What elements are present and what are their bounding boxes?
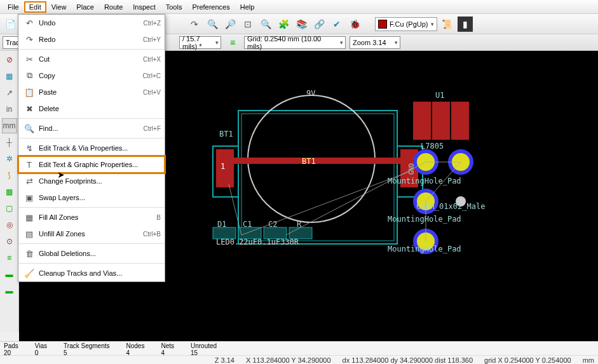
menu-item-shortcut: Ctrl+C [142, 72, 161, 79]
layer-selector[interactable]: F.Cu (PgUp) ▾ [375, 17, 437, 31]
track-size-selector[interactable]: / 15.7 mils) * [179, 36, 221, 49]
grid-selector[interactable]: Grid: 0.2540 mm (10.00 mils) [244, 36, 346, 49]
menu-separator [18, 243, 165, 244]
menu-inspect[interactable]: Inspect [128, 1, 160, 13]
script-icon[interactable]: 📜 [440, 17, 455, 32]
label-mh3: MountingHole_Pad [388, 245, 461, 253]
unit-mm-icon[interactable]: mm [2, 118, 17, 133]
menu-item-label: Paste [39, 88, 143, 96]
track-icon[interactable]: ≡ [2, 250, 17, 266]
zoom-in-icon[interactable]: 🔍 [205, 17, 220, 32]
label-bt1b: BT1 [302, 157, 316, 166]
net-icon[interactable]: 🔗 [311, 17, 327, 32]
menu-item-edit-track-via-properties[interactable]: ↯Edit Track & Via Properties... [18, 140, 165, 156]
drc-off-icon[interactable]: ⊘ [2, 52, 17, 67]
menu-separator [18, 263, 165, 264]
menu-item-shortcut: Ctrl+B [143, 231, 161, 238]
menu-item-label: Cut [39, 55, 143, 63]
new-icon[interactable]: 📄 [3, 17, 18, 32]
left-toolbar: ⊘ ▦ ↗ in mm ┼ ✲ ⟆ ▦ ▢ ◎ ⊙ ≡ ▬ ▬ [0, 51, 19, 332]
menu-item-cleanup-tracks-and-vias[interactable]: 🧹Cleanup Tracks and Vias... [18, 265, 165, 281]
menu-item-cut[interactable]: ✂CutCtrl+X [18, 51, 165, 67]
zoom-out-icon[interactable]: 🔎 [222, 17, 238, 32]
zone-fill-icon[interactable]: ▦ [2, 184, 17, 199]
grid-style-icon[interactable]: ≡ [225, 35, 240, 50]
menu-item-delete[interactable]: ✖Delete [18, 100, 165, 117]
menu-item-icon: ↷ [22, 32, 36, 46]
console-icon[interactable]: ▮ [458, 17, 473, 32]
zone-outline-icon[interactable]: ▢ [2, 201, 17, 216]
svg-rect-7 [413, 102, 431, 140]
status-bar: Z 3.14 X 113.284000 Y 34.290000 dx 113.2… [0, 355, 598, 364]
menu-item-shortcut: Ctrl+Z [144, 20, 161, 27]
menu-item-label: Unfill All Zones [39, 230, 143, 238]
status-unit: mm [583, 356, 594, 364]
menu-edit[interactable]: Edit [24, 1, 46, 13]
menu-item-icon: 🧹 [22, 266, 36, 280]
menu-item-fill-all-zones[interactable]: ▦Fill All ZonesB [18, 209, 165, 226]
layers-icon[interactable]: ▬ [2, 283, 17, 299]
ratsnest-icon[interactable]: ✲ [2, 151, 17, 166]
contrast-icon[interactable]: ▬ [2, 267, 17, 282]
menu-item-redo[interactable]: ↷RedoCtrl+Y [18, 31, 165, 48]
menu-item-label: Global Deletions... [39, 250, 161, 257]
menu-item-swap-layers[interactable]: ▣Swap Layers... [18, 189, 165, 206]
status-grid: grid X 0.254000 Y 0.254000 [484, 356, 571, 364]
menu-item-icon: 🗑 [22, 246, 36, 260]
label-r: R [297, 220, 301, 229]
status-pads: Pads20 [4, 342, 18, 355]
drc-icon[interactable]: ✔ [329, 17, 344, 32]
label-d1: D1 [217, 220, 226, 229]
curved-icon[interactable]: ⟆ [2, 168, 17, 183]
menu-item-icon: ▦ [22, 210, 36, 224]
label-c1: C1 [243, 220, 252, 229]
unit-in-icon[interactable]: in [2, 102, 17, 117]
bug-icon[interactable]: 🐞 [347, 17, 362, 32]
lib-icon[interactable]: 📚 [294, 17, 309, 32]
menu-item-change-footprints[interactable]: ⇄Change Footprints... [18, 173, 165, 189]
menu-item-paste[interactable]: 📋PasteCtrl+V [18, 84, 165, 100]
polar-icon[interactable]: ↗ [2, 85, 17, 100]
menu-view[interactable]: View [46, 1, 72, 13]
menu-separator [18, 118, 165, 119]
menu-item-icon: ↯ [22, 141, 36, 155]
pad-icon[interactable]: ◎ [2, 217, 17, 233]
footprint-icon[interactable]: 🧩 [276, 17, 291, 32]
svg-rect-8 [432, 102, 450, 140]
zoom-selector[interactable]: Zoom 3.14 [350, 36, 400, 49]
redo-icon[interactable]: ↷ [187, 17, 202, 32]
zoom-fit-icon[interactable]: ⊡ [240, 17, 255, 32]
grid-icon[interactable]: ▦ [2, 69, 17, 84]
menu-route[interactable]: Route [99, 1, 128, 13]
menu-tools[interactable]: Tools [161, 1, 187, 13]
menu-item-icon: ⇄ [22, 174, 36, 188]
menu-preferences[interactable]: Preferences [187, 1, 234, 13]
cursor-icon[interactable]: ┼ [2, 135, 17, 150]
menu-item-label: Redo [39, 36, 143, 43]
label-mh2: MountingHole_Pad [388, 215, 461, 224]
menu-separator [18, 207, 165, 208]
menu-item-copy[interactable]: ⧉CopyCtrl+C [18, 67, 165, 84]
menu-place[interactable]: Place [71, 1, 99, 13]
label-conn: Conn_01x02_Male [416, 202, 485, 211]
menu-item-find[interactable]: 🔍Find...Ctrl+F [18, 120, 165, 137]
label-9v: 9V [306, 89, 315, 98]
menu-item-icon: T [22, 158, 36, 172]
status-nets: Nets4 [161, 342, 174, 355]
menu-help[interactable]: Help [235, 1, 260, 13]
menu-item-label: Undo [39, 19, 144, 27]
status-info-bar: Pads20Vias0Track Segments5Nodes4Nets4Unr… [0, 341, 598, 355]
label-bt1a: BT1 [219, 130, 233, 138]
zoom-selection-icon[interactable]: 🔍 [258, 17, 273, 32]
via-icon[interactable]: ⊙ [2, 234, 17, 249]
menu-item-global-deletions[interactable]: 🗑Global Deletions... [18, 245, 165, 262]
menu-item-undo[interactable]: ↶UndoCtrl+Z [18, 15, 165, 31]
label-c2: C2 [268, 220, 277, 229]
menu-file[interactable]: File [3, 1, 24, 13]
label-gnd: GND [408, 163, 415, 175]
menu-item-label: Cleanup Tracks and Vias... [39, 269, 161, 277]
layer-swatch-icon [378, 20, 387, 29]
menu-item-edit-text-graphic-properties[interactable]: TEdit Text & Graphic Properties... [18, 156, 165, 173]
menu-item-unfill-all-zones[interactable]: ▧Unfill All ZonesCtrl+B [18, 226, 165, 242]
menu-separator [18, 49, 165, 50]
